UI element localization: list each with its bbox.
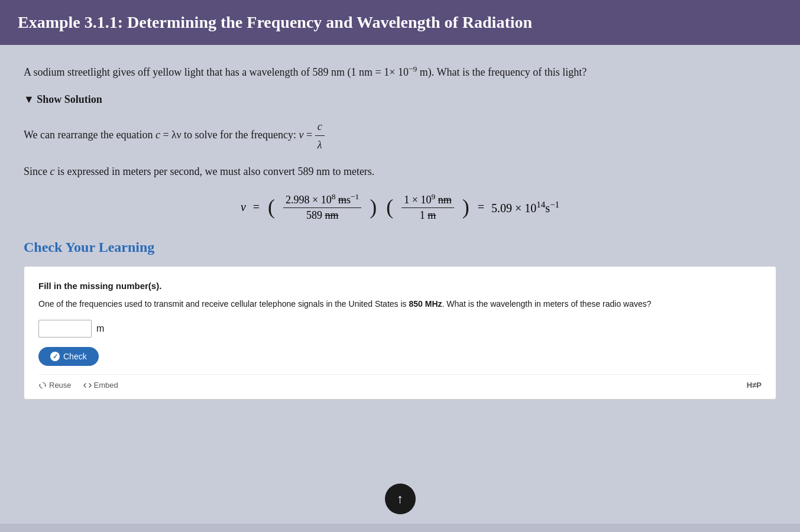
eq-c-lambda-nu: c [156, 129, 160, 141]
numerator-2: 1 × 109 nm [401, 192, 454, 208]
exponent-neg9: −9 [409, 64, 417, 73]
exercise-input-row: m [38, 320, 762, 338]
left-paren-1: ( [268, 196, 275, 218]
hp-badge: H≠P [747, 381, 762, 390]
embed-label: Embed [94, 381, 118, 390]
footer-links: Reuse Embed [38, 381, 118, 390]
equals-sign-2: = [478, 200, 484, 214]
result: 5.09 × 1014s−1 [491, 200, 559, 215]
reuse-label: Reuse [49, 381, 72, 390]
solution-line2: Since c is expressed in meters per secon… [24, 163, 776, 181]
exercise-question: One of the frequencies used to transmit … [38, 298, 762, 310]
page-header: Example 3.1.1: Determining the Frequency… [0, 0, 800, 45]
show-solution-label: ▼ Show Solution [24, 93, 102, 106]
right-paren-1: ) [370, 196, 377, 218]
embed-link[interactable]: Embed [83, 381, 118, 390]
nu-symbol: ν [241, 200, 246, 214]
eq-nu-equals: ν [299, 129, 304, 141]
eq-fraction-inline: c λ [315, 129, 325, 141]
strikethrough-m2: m [427, 209, 436, 221]
reuse-link[interactable]: Reuse [38, 381, 72, 390]
left-paren-2: ( [386, 196, 393, 218]
check-button-label: Check [63, 352, 87, 361]
solution-line1: We can rearrange the equation c = λν to … [24, 118, 776, 154]
exercise-footer: Reuse Embed H≠P [38, 374, 762, 390]
numerator-1: 2.998 × 108 ms−1 [283, 192, 361, 208]
embed-icon [83, 381, 92, 390]
answer-input[interactable] [38, 320, 92, 338]
page-title: Example 3.1.1: Determining the Frequency… [18, 13, 782, 32]
denominator-1: 589 nm [304, 208, 341, 222]
scroll-top-button[interactable]: ↑ [385, 484, 416, 514]
scroll-top-icon: ↑ [397, 491, 403, 507]
equals-sign: = [253, 200, 260, 214]
strikethrough-nm2: nm [438, 194, 452, 206]
fraction-2: 1 × 109 nm 1 m [401, 192, 454, 222]
check-icon: ✓ [50, 352, 60, 361]
denominator-2: 1 m [417, 208, 439, 222]
unit-label: m [96, 323, 104, 334]
strikethrough-nm: nm [325, 209, 338, 221]
show-solution-toggle[interactable]: ▼ Show Solution [24, 93, 776, 106]
right-paren-2: ) [462, 196, 469, 218]
math-equation: ν = ( 2.998 × 108 ms−1 589 nm ) ( 1 × 10… [24, 192, 776, 222]
reuse-icon [38, 381, 47, 390]
exercise-box: Fill in the missing number(s). One of th… [24, 266, 776, 400]
frequency-value: 850 MHz [409, 299, 442, 309]
problem-text: A sodium streetlight gives off yellow li… [24, 63, 776, 82]
strikethrough-m: m [338, 194, 346, 206]
fraction-1: 2.998 × 108 ms−1 589 nm [283, 192, 361, 222]
check-learning-title: Check Your Learning [24, 239, 776, 255]
check-button[interactable]: ✓ Check [38, 347, 99, 366]
main-content: A sodium streetlight gives off yellow li… [0, 45, 800, 524]
exercise-title: Fill in the missing number(s). [38, 281, 762, 291]
